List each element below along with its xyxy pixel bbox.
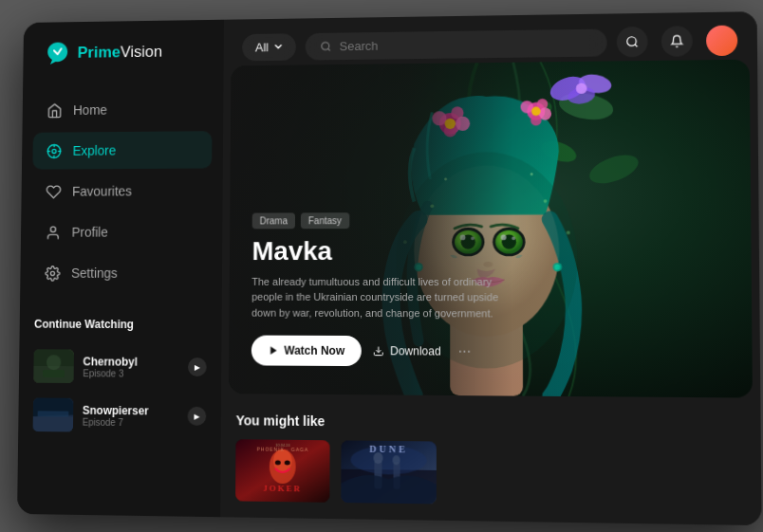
cw-thumb-snowpierser bbox=[33, 397, 74, 431]
device-frame: PrimeVision Home bbox=[17, 11, 762, 525]
person-icon bbox=[45, 223, 61, 240]
section-title: You might like bbox=[236, 413, 745, 432]
explore-icon bbox=[46, 142, 62, 159]
cw-play-snowpierser[interactable]: ▶ bbox=[188, 406, 207, 425]
cw-episode-chernobyl: Episode 3 bbox=[83, 367, 178, 378]
movie-cards-row: JOKER PHOENIX · GAGA 10.04.24 bbox=[235, 439, 746, 508]
search-icon-top bbox=[625, 35, 639, 48]
logo-icon bbox=[45, 40, 70, 65]
dune-thumbnail: DUNE bbox=[341, 440, 437, 504]
svg-marker-65 bbox=[270, 346, 277, 354]
sidebar-item-profile[interactable]: Profile bbox=[31, 212, 212, 250]
genre-tags: Drama Fantasy bbox=[252, 211, 517, 229]
cw-info-chernobyl: Chernobyl Episode 3 bbox=[83, 354, 178, 377]
sidebar-item-home[interactable]: Home bbox=[33, 90, 213, 129]
cw-thumb-chernobyl bbox=[33, 349, 74, 383]
watch-now-button[interactable]: Watch Now bbox=[251, 335, 362, 366]
search-bar[interactable] bbox=[306, 28, 607, 60]
svg-rect-11 bbox=[43, 369, 65, 376]
hero-section: 🔥 Now Popular Drama Fantasy Mavka The al… bbox=[229, 59, 753, 397]
sidebar-item-favourites[interactable]: Favourites bbox=[32, 172, 212, 210]
filter-label: All bbox=[255, 40, 269, 54]
gear-icon bbox=[44, 265, 60, 282]
hero-title: Mavka bbox=[251, 235, 516, 266]
sidebar-item-explore[interactable]: Explore bbox=[32, 131, 212, 169]
svg-point-17 bbox=[627, 36, 637, 45]
main-content: All bbox=[220, 11, 761, 525]
cw-title-chernobyl: Chernobyl bbox=[83, 354, 178, 367]
logo-text: PrimeVision bbox=[78, 43, 163, 63]
you-might-like-section: You might like bbox=[220, 401, 761, 525]
svg-rect-14 bbox=[38, 411, 69, 416]
home-icon bbox=[46, 101, 62, 119]
heart-icon bbox=[45, 183, 61, 200]
hero-content: 🔥 Now Popular Drama Fantasy Mavka The al… bbox=[251, 211, 517, 367]
movie-card-dune[interactable]: DUNE bbox=[341, 440, 437, 504]
watch-label: Watch Now bbox=[284, 343, 344, 357]
hero-actions: Watch Now Download ··· bbox=[251, 335, 517, 367]
movie-card-joker[interactable]: JOKER PHOENIX · GAGA 10.04.24 bbox=[235, 439, 330, 503]
svg-line-18 bbox=[635, 44, 638, 46]
svg-text:JOKER: JOKER bbox=[263, 483, 302, 493]
profile-label: Profile bbox=[71, 224, 107, 239]
download-label: Download bbox=[390, 344, 441, 358]
avatar-button[interactable] bbox=[706, 25, 737, 56]
topbar: All bbox=[224, 11, 758, 75]
svg-point-7 bbox=[50, 270, 54, 274]
svg-text:10.04.24: 10.04.24 bbox=[275, 442, 290, 447]
cw-title-snowpierser: Snowpierser bbox=[83, 403, 178, 417]
svg-point-6 bbox=[50, 226, 55, 231]
notification-button[interactable] bbox=[661, 26, 693, 57]
download-icon bbox=[373, 345, 384, 357]
cw-episode-snowpierser: Episode 7 bbox=[83, 416, 178, 428]
home-label: Home bbox=[73, 101, 107, 117]
download-button[interactable]: Download bbox=[373, 344, 441, 358]
hero-description: The already tumultuous and difficult liv… bbox=[251, 273, 517, 321]
joker-thumbnail: JOKER PHOENIX · GAGA 10.04.24 bbox=[235, 439, 330, 503]
genre-drama: Drama bbox=[252, 211, 295, 228]
cw-item-chernobyl[interactable]: Chernobyl Episode 3 ▶ bbox=[29, 341, 210, 392]
continue-watching-title: Continue Watching bbox=[30, 317, 211, 331]
svg-point-15 bbox=[322, 42, 329, 49]
settings-label: Settings bbox=[71, 266, 118, 281]
svg-text:DUNE: DUNE bbox=[369, 443, 408, 454]
cw-item-snowpierser[interactable]: Snowpierser Episode 7 ▶ bbox=[29, 390, 211, 440]
chevron-down-icon bbox=[274, 42, 284, 51]
filter-button[interactable]: All bbox=[242, 32, 296, 60]
continue-watching-section: Continue Watching Chernobyl Episode 3 ▶ bbox=[18, 317, 222, 440]
bell-icon bbox=[670, 34, 683, 47]
cw-play-chernobyl[interactable]: ▶ bbox=[188, 358, 207, 376]
search-icon-button[interactable] bbox=[617, 26, 648, 56]
svg-point-1 bbox=[51, 148, 55, 152]
explore-label: Explore bbox=[73, 142, 117, 157]
play-icon bbox=[269, 345, 278, 355]
more-options-button[interactable]: ··· bbox=[453, 339, 477, 363]
topbar-icons bbox=[617, 25, 738, 57]
nav-menu: Home Explore bbox=[20, 89, 223, 291]
svg-line-16 bbox=[328, 47, 330, 49]
search-input[interactable] bbox=[340, 35, 592, 52]
genre-fantasy: Fantasy bbox=[301, 211, 349, 228]
search-icon bbox=[321, 40, 332, 52]
sidebar: PrimeVision Home bbox=[17, 19, 224, 517]
cw-info-snowpierser: Snowpierser Episode 7 bbox=[83, 403, 178, 428]
sidebar-item-settings[interactable]: Settings bbox=[31, 254, 212, 292]
logo-area: PrimeVision bbox=[23, 38, 224, 92]
favourites-label: Favourites bbox=[72, 183, 132, 198]
